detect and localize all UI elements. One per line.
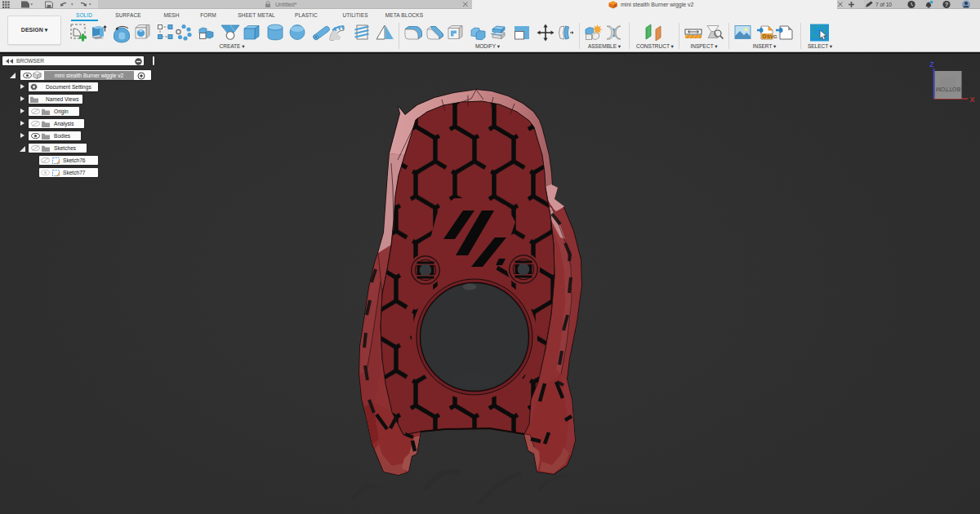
svg-text:BOTTOM: BOTTOM [936,86,961,93]
svg-text:Z: Z [929,60,934,69]
svg-text:SVG: SVG [767,34,777,39]
svg-text:?: ? [945,1,949,8]
svg-text:X: X [969,95,974,104]
